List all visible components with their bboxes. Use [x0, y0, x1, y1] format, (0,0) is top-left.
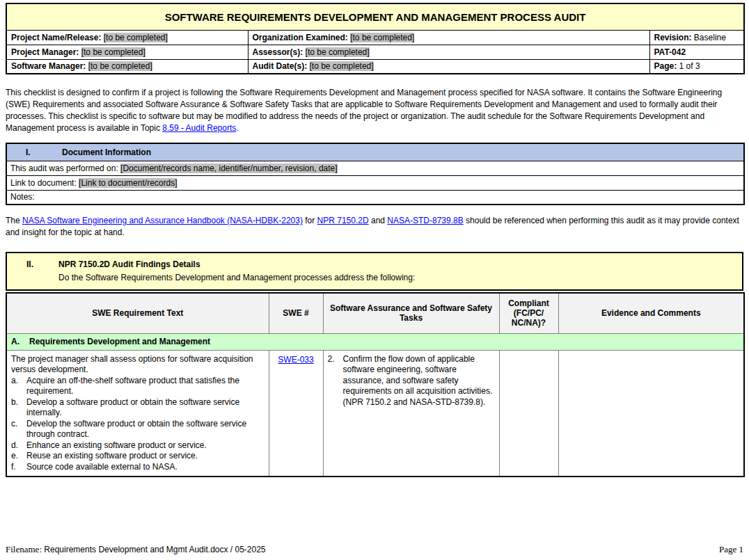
findings-header-row: SWE Requirement Text SWE # Software Assu…	[6, 293, 744, 333]
list-item-key: f.	[11, 462, 26, 473]
compliant-cell[interactable]	[499, 350, 558, 477]
list-item: e.Reuse an existing software product or …	[11, 451, 265, 462]
filename-value: Requirements Development and Mgmt Audit.…	[44, 545, 265, 554]
title-row: SOFTWARE REQUIREMENTS DEVELOPMENT AND MA…	[6, 3, 744, 30]
section2-subtitle: Do the Software Requirements Development…	[58, 273, 742, 282]
section1-title: Document Information	[62, 147, 151, 157]
audit-dates-field[interactable]: [to be completed]	[310, 61, 374, 71]
list-item-key: b.	[11, 397, 26, 419]
section2-banner: II.NPR 7150.2D Audit Findings Details Do…	[6, 252, 743, 291]
col-header-swe-requirement-text: SWE Requirement Text	[6, 293, 269, 333]
audit-document-page: SOFTWARE REQUIREMENTS DEVELOPMENT AND MA…	[6, 3, 743, 477]
list-item-text: Acquire an off-the-shelf software produc…	[26, 376, 265, 397]
list-item-text: Enhance an existing software product or …	[26, 440, 265, 451]
software-manager-label: Software Manager:	[11, 61, 86, 71]
npr-7150-link[interactable]: NPR 7150.2D	[317, 216, 369, 225]
project-name-field[interactable]: [to be completed]	[104, 33, 168, 42]
list-item-text: Source code available external to NASA.	[26, 462, 265, 473]
audit-reports-link[interactable]: 8.59 - Audit Reports	[162, 123, 236, 133]
list-item-text: Develop the software product or obtain t…	[26, 419, 265, 440]
reference-text-1: The	[6, 216, 22, 225]
info-row-1: Project Name/Release: [to be completed] …	[6, 30, 744, 45]
project-manager-label: Project Manager:	[11, 47, 79, 57]
page-number: Page 1	[719, 544, 743, 555]
pat-number: PAT-042	[654, 47, 686, 57]
audit-performed-on-field[interactable]: [Document/records name, identifier/numbe…	[120, 163, 337, 173]
list-item-text: Reuse an existing software product or se…	[26, 451, 265, 462]
reference-paragraph: The NASA Software Engineering and Assura…	[6, 215, 743, 239]
swe-number-cell: SWE-033	[269, 350, 323, 477]
list-item-key: e.	[11, 451, 26, 462]
document-information-table: I.Document Information This audit was pe…	[6, 143, 745, 205]
requirement-option-list: a.Acquire an off-the-shelf software prod…	[11, 376, 265, 473]
list-item-text: Develop a software product or obtain the…	[26, 397, 265, 419]
page-title: SOFTWARE REQUIREMENTS DEVELOPMENT AND MA…	[6, 3, 744, 30]
col-header-sa-tasks: Software Assurance and Software Safety T…	[323, 293, 499, 333]
section1-header-row: I.Document Information	[6, 143, 744, 161]
info-row-2: Project Manager: [to be completed] Asses…	[6, 45, 744, 59]
list-item: f.Source code available external to NASA…	[11, 462, 265, 473]
col-header-compliant: Compliant (FC/PC/ NC/NA)?	[499, 293, 558, 333]
requirement-intro: The project manager shall assess options…	[11, 354, 265, 376]
section2-title: NPR 7150.2D Audit Findings Details	[58, 259, 200, 269]
list-item: c.Develop the software product or obtain…	[11, 419, 265, 440]
section2-number: II.	[26, 259, 58, 269]
notes-row: Notes:	[6, 190, 744, 205]
reference-text-3: and	[369, 216, 388, 225]
category-title: Requirements Development and Management	[29, 337, 210, 346]
link-to-document-row: Link to document: [Link to document/reco…	[6, 175, 744, 190]
findings-table: SWE Requirement Text SWE # Software Assu…	[6, 292, 745, 477]
filename-line: Filename: Requirements Development and M…	[6, 544, 266, 555]
organization-examined-label: Organization Examined:	[253, 33, 348, 42]
audit-performed-on-row: This audit was performed on: [Document/r…	[6, 161, 744, 175]
notes-label: Notes:	[10, 192, 35, 202]
header-table: SOFTWARE REQUIREMENTS DEVELOPMENT AND MA…	[6, 3, 745, 74]
col-header-evidence: Evidence and Comments	[558, 293, 744, 333]
project-manager-field[interactable]: [to be completed]	[81, 47, 145, 57]
table-row: The project manager shall assess options…	[6, 350, 744, 477]
handbook-link[interactable]: NASA Software Engineering and Assurance …	[22, 216, 303, 225]
link-to-document-field[interactable]: [Link to document/records]	[79, 178, 177, 188]
assessors-field[interactable]: [to be completed]	[306, 47, 370, 57]
evidence-cell[interactable]	[558, 350, 744, 477]
page-footer: Filename: Requirements Development and M…	[6, 544, 743, 555]
task-number: 2.	[328, 354, 343, 408]
nasa-std-link[interactable]: NASA-STD-8739.8B	[387, 216, 463, 225]
list-item-key: a.	[11, 376, 26, 397]
reference-text-2: for	[303, 216, 317, 225]
assessors-label: Assessor(s):	[253, 47, 303, 57]
col-header-swe-number: SWE #	[269, 293, 323, 333]
audit-performed-on-label: This audit was performed on:	[10, 163, 118, 173]
list-item: b.Develop a software product or obtain t…	[11, 397, 265, 419]
category-letter: A.	[10, 337, 29, 346]
intro-text-end: .	[236, 123, 238, 133]
info-row-3: Software Manager: [to be completed] Audi…	[6, 59, 744, 74]
category-row: A.Requirements Development and Managemen…	[6, 333, 744, 350]
list-item-key: c.	[11, 419, 26, 440]
page-count-label: Page:	[654, 61, 677, 71]
project-name-label: Project Name/Release:	[11, 33, 101, 42]
list-item: a.Acquire an off-the-shelf software prod…	[11, 376, 265, 397]
intro-text: This checklist is designed to confirm if…	[6, 88, 722, 133]
list-item: d.Enhance an existing software product o…	[11, 440, 265, 451]
requirement-text-cell: The project manager shall assess options…	[6, 350, 269, 477]
revision-value: Baseline	[694, 33, 726, 42]
section1-number: I.	[26, 147, 62, 157]
filename-label: Filename:	[6, 544, 42, 554]
task-text: Confirm the flow down of applicable soft…	[343, 354, 495, 408]
list-item-key: d.	[11, 440, 26, 451]
audit-dates-label: Audit Date(s):	[253, 61, 308, 71]
organization-examined-field[interactable]: [to be completed]	[350, 33, 414, 42]
software-manager-field[interactable]: [to be completed]	[88, 61, 152, 71]
revision-label: Revision:	[654, 33, 692, 42]
sa-tasks-cell: 2.Confirm the flow down of applicable so…	[323, 350, 499, 477]
page-count-value: 1 of 3	[679, 61, 700, 71]
intro-paragraph: This checklist is designed to confirm if…	[6, 87, 743, 134]
swe-033-link[interactable]: SWE-033	[278, 355, 313, 365]
link-to-document-label: Link to document:	[10, 178, 77, 188]
